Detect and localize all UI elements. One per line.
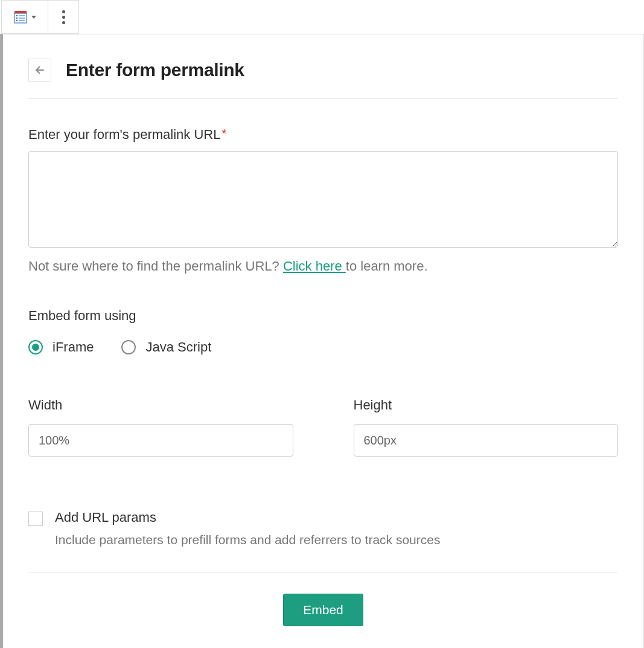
embed-button[interactable]: Embed — [283, 594, 363, 626]
chevron-down-icon — [31, 16, 36, 19]
svg-rect-3 — [19, 15, 25, 16]
svg-rect-2 — [16, 15, 18, 16]
block-toolbar — [0, 0, 644, 34]
required-mark: * — [222, 127, 226, 140]
form-block-icon — [13, 10, 28, 24]
kebab-icon — [62, 10, 65, 24]
arrow-left-icon — [34, 65, 45, 75]
url-params-description: Include parameters to prefill forms and … — [55, 533, 440, 547]
embed-method-group: iFrame Java Script — [28, 339, 618, 355]
block-frame: Enter form permalink Enter your form's p… — [0, 34, 644, 648]
svg-rect-7 — [19, 20, 25, 21]
svg-rect-6 — [16, 20, 18, 21]
radio-checked-icon — [28, 340, 43, 354]
width-label: Width — [28, 397, 293, 413]
svg-rect-0 — [14, 11, 27, 13]
svg-rect-5 — [19, 18, 25, 19]
permalink-input[interactable] — [28, 151, 618, 248]
radio-javascript-label: Java Script — [145, 339, 211, 355]
url-params-title: Add URL params — [55, 510, 440, 525]
svg-rect-4 — [16, 18, 18, 19]
radio-javascript[interactable]: Java Script — [121, 339, 211, 355]
block-type-dropdown[interactable] — [1, 0, 48, 34]
radio-unchecked-icon — [121, 340, 136, 354]
width-input[interactable] — [28, 424, 293, 457]
more-options-button[interactable] — [48, 0, 79, 34]
permalink-label: Enter your form's permalink URL* — [28, 127, 618, 143]
height-input[interactable] — [354, 424, 619, 457]
height-label: Height — [354, 397, 619, 413]
url-params-checkbox[interactable] — [28, 512, 43, 526]
back-button[interactable] — [28, 59, 51, 82]
radio-iframe[interactable]: iFrame — [28, 339, 94, 355]
page-title: Enter form permalink — [66, 60, 244, 80]
embed-method-label: Embed form using — [28, 308, 618, 324]
permalink-hint: Not sure where to find the permalink URL… — [28, 258, 618, 274]
radio-iframe-label: iFrame — [53, 339, 94, 355]
permalink-help-link[interactable]: Click here — [283, 258, 346, 274]
